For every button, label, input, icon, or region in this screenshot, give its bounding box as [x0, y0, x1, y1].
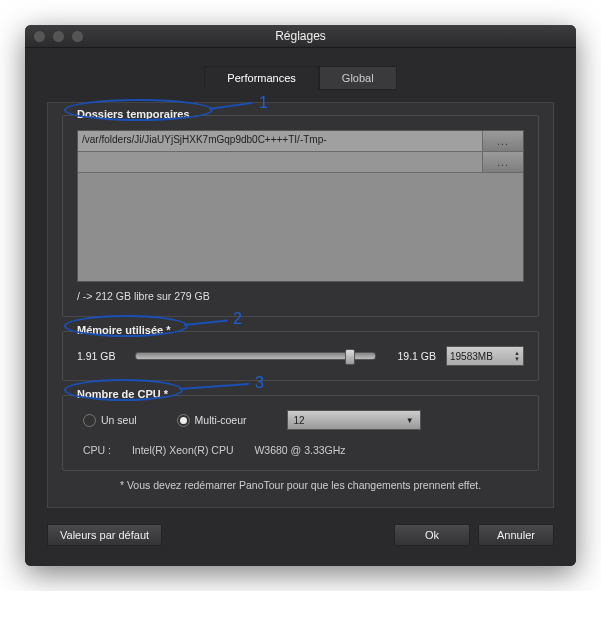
radio-multi-label: Multi-coeur: [195, 414, 247, 426]
annotation-number-1: 1: [259, 94, 268, 112]
tabs: Performances Global: [47, 66, 554, 90]
ok-button[interactable]: Ok: [394, 524, 470, 546]
annotation-number-2: 2: [233, 310, 242, 328]
tab-global[interactable]: Global: [319, 66, 397, 90]
window-body: Performances Global Dossiers temporaires…: [25, 48, 576, 566]
footer: Valeurs par défaut Ok Annuler: [47, 524, 554, 546]
close-icon[interactable]: [33, 30, 46, 43]
annotation-line-2: [184, 319, 228, 326]
disk-free-label: / -> 212 GB libre sur 279 GB: [77, 290, 524, 302]
radio-icon: [83, 414, 96, 427]
temp-folders-list: /var/folders/Ji/JiaUYjSjHXK7mGqp9db0C+++…: [77, 130, 524, 282]
folder-row: ...: [78, 152, 523, 173]
annotation-line-3: [179, 383, 249, 390]
cpu-section: Nombre de CPU * 3 Un seul Multi-coeur: [62, 395, 539, 471]
tab-performances[interactable]: Performances: [204, 66, 318, 90]
restart-note: * Vous devez redémarrer PanoTour pour qu…: [62, 479, 539, 491]
radio-single[interactable]: Un seul: [83, 414, 137, 427]
footer-actions: Ok Annuler: [394, 524, 554, 546]
folder-path[interactable]: [78, 152, 482, 172]
titlebar: Réglages: [25, 25, 576, 48]
stepper-icon[interactable]: ▲▼: [514, 350, 520, 362]
temp-folders-section: Dossiers temporaires 1 /var/folders/Ji/J…: [62, 115, 539, 317]
slider-thumb-icon[interactable]: [345, 349, 355, 365]
memory-input[interactable]: 19583MB ▲▼: [446, 346, 524, 366]
window-controls: [33, 30, 84, 43]
memory-title: Mémoire utilisée *: [73, 324, 175, 336]
memory-row: 1.91 GB 19.1 GB 19583MB ▲▼: [77, 346, 524, 366]
browse-button[interactable]: ...: [482, 131, 523, 151]
memory-min: 1.91 GB: [77, 350, 125, 362]
radio-single-label: Un seul: [101, 414, 137, 426]
defaults-button[interactable]: Valeurs par défaut: [47, 524, 162, 546]
temp-folders-title: Dossiers temporaires: [73, 108, 194, 120]
folder-row: /var/folders/Ji/JiaUYjSjHXK7mGqp9db0C+++…: [78, 131, 523, 152]
cpu-spec: W3680 @ 3.33GHz: [254, 444, 345, 456]
memory-max: 19.1 GB: [386, 350, 436, 362]
cpu-mode-row: Un seul Multi-coeur 12 ▼: [77, 410, 524, 430]
radio-icon: [177, 414, 190, 427]
cpu-info: CPU : Intel(R) Xeon(R) CPU W3680 @ 3.33G…: [77, 444, 524, 456]
annotation-line-1: [209, 102, 253, 110]
chevron-down-icon: ▼: [406, 416, 414, 425]
radio-multi[interactable]: Multi-coeur: [177, 414, 247, 427]
cancel-button[interactable]: Annuler: [478, 524, 554, 546]
folder-path[interactable]: /var/folders/Ji/JiaUYjSjHXK7mGqp9db0C+++…: [78, 131, 482, 151]
window-title: Réglages: [25, 29, 576, 43]
memory-value: 19583MB: [450, 351, 493, 362]
minimize-icon[interactable]: [52, 30, 65, 43]
cpu-label: CPU :: [83, 444, 111, 456]
performances-panel: Dossiers temporaires 1 /var/folders/Ji/J…: [47, 102, 554, 508]
browse-button[interactable]: ...: [482, 152, 523, 172]
memory-section: Mémoire utilisée * 2 1.91 GB 19.1 GB 195…: [62, 331, 539, 381]
annotation-number-3: 3: [255, 374, 264, 392]
cpu-count-select[interactable]: 12 ▼: [287, 410, 421, 430]
memory-slider[interactable]: [135, 352, 376, 360]
zoom-icon[interactable]: [71, 30, 84, 43]
cpu-model: Intel(R) Xeon(R) CPU: [132, 444, 234, 456]
settings-window: Réglages Performances Global Dossiers te…: [25, 25, 576, 566]
cpu-title: Nombre de CPU *: [73, 388, 172, 400]
cpu-count-value: 12: [294, 415, 305, 426]
